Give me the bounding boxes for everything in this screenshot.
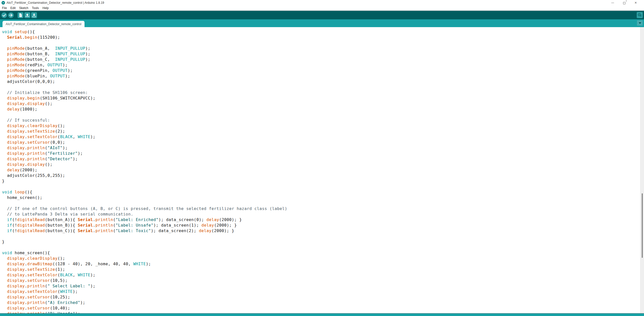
- restore-button[interactable]: [618, 0, 630, 6]
- scrollbar-thumb[interactable]: [642, 193, 643, 258]
- open-sketch-button[interactable]: [24, 12, 30, 18]
- minimize-button[interactable]: [607, 0, 618, 6]
- minimize-icon: [611, 3, 614, 3]
- code-line: Serial.begin(115200);: [2, 35, 644, 40]
- code-line: display.drawBitmap((128 - 40), 20, _home…: [2, 261, 644, 267]
- code-line: pinMode(button_C, INPUT_PULLUP);: [2, 57, 644, 62]
- code-line: void loop(){: [2, 189, 644, 195]
- code-line: // Initialize the SH1106 screen:: [2, 90, 644, 95]
- code-line: display.println("B) Unsafe");: [2, 311, 644, 313]
- code-line: home_screen();: [2, 195, 644, 200]
- new-sketch-button[interactable]: [18, 12, 23, 18]
- code-area[interactable]: void setup(){ Serial.begin(115200); pinM…: [0, 27, 644, 313]
- code-line: // If one of the control buttons (A, B, …: [2, 206, 644, 212]
- code-line: display.setTextColor(BLACK, WHITE);: [2, 272, 644, 278]
- code-line: display.clearDisplay();: [2, 256, 644, 261]
- code-line: }: [2, 239, 644, 245]
- status-bar: [0, 313, 644, 316]
- code-line: display.println(" Select Label: ");: [2, 283, 644, 289]
- window-title: AIoT_Fertilizer_Contamination_Detector_r…: [7, 1, 104, 5]
- arduino-ide-window: ∞ AIoT_Fertilizer_Contamination_Detector…: [0, 0, 644, 316]
- code-line: adjustColor(0,0,0);: [2, 79, 644, 84]
- code-line: display.clearDisplay();: [2, 123, 644, 129]
- restore-icon: [623, 2, 625, 4]
- code-line: display.display();: [2, 101, 644, 107]
- code-line: [2, 200, 644, 206]
- code-line: display.setCursor(0,0);: [2, 140, 644, 145]
- code-line: display.begin(SH1106_SWITCHCAPVCC);: [2, 95, 644, 101]
- code-line: if(!digitalRead(button_B)){ Serial.print…: [2, 223, 644, 228]
- code-line: display.setCursor(10,40);: [2, 305, 644, 311]
- code-line: [2, 40, 644, 46]
- code-line: pinMode(button_A, INPUT_PULLUP);: [2, 46, 644, 51]
- code-line: pinMode(greenPin, OUTPUT);: [2, 68, 644, 73]
- tab-label: AIoT_Fertilizer_Contamination_Detector_r…: [6, 22, 82, 26]
- code-line: display.println("AIoT");: [2, 145, 644, 151]
- open-arrow-icon: [24, 12, 30, 18]
- code-line: [2, 184, 644, 189]
- menu-help[interactable]: Help: [43, 6, 49, 10]
- title-bar: ∞ AIoT_Fertilizer_Contamination_Detector…: [0, 0, 644, 6]
- serial-monitor-icon: [637, 13, 642, 17]
- code-line: [2, 245, 644, 250]
- close-icon: ✕: [634, 1, 637, 4]
- new-document-icon: [18, 12, 23, 18]
- tab-bar: AIoT_Fertilizer_Contamination_Detector_r…: [0, 19, 644, 27]
- chevron-down-icon: [639, 22, 641, 24]
- menu-bar: File Edit Sketch Tools Help: [0, 6, 644, 11]
- toolbar: [0, 11, 644, 19]
- code-line: display.setTextColor(BLACK, WHITE);: [2, 134, 644, 140]
- code-editor[interactable]: void setup(){ Serial.begin(115200); pinM…: [0, 27, 644, 313]
- menu-edit[interactable]: Edit: [10, 6, 16, 10]
- menu-file[interactable]: File: [2, 6, 7, 10]
- upload-button[interactable]: [8, 12, 14, 18]
- code-line: delay(2000);: [2, 167, 644, 173]
- code-line: display.println("Fertilizer");: [2, 151, 644, 156]
- vertical-scrollbar[interactable]: [640, 27, 644, 313]
- code-line: void home_screen(){: [2, 250, 644, 256]
- upload-arrow-icon: [8, 12, 14, 18]
- code-line: [2, 84, 644, 90]
- window-controls: ✕: [607, 0, 641, 6]
- code-line: // to LattePanda 3 Delta via serial comm…: [2, 212, 644, 217]
- code-line: [2, 234, 644, 239]
- code-line: display.println("A) Enriched");: [2, 300, 644, 305]
- code-line: void setup(){: [2, 29, 644, 35]
- code-line: [2, 112, 644, 118]
- code-line: if(!digitalRead(button_A)){ Serial.print…: [2, 217, 644, 223]
- code-line: pinMode(button_B, INPUT_PULLUP);: [2, 51, 644, 57]
- code-line: display.setCursor(10,5);: [2, 278, 644, 283]
- code-line: pinMode(bluePin, OUTPUT);: [2, 73, 644, 79]
- code-line: adjustColor(255,0,255);: [2, 173, 644, 178]
- menu-sketch[interactable]: Sketch: [19, 6, 28, 10]
- code-line: display.setCursor(10,25);: [2, 294, 644, 300]
- close-button[interactable]: ✕: [630, 0, 641, 6]
- code-line: display.display();: [2, 162, 644, 167]
- tab-menu-button[interactable]: [637, 20, 643, 26]
- tab-sketch[interactable]: AIoT_Fertilizer_Contamination_Detector_r…: [3, 21, 85, 27]
- code-line: display.setTextSize(1);: [2, 267, 644, 272]
- code-line: pinMode(redPin, OUTPUT);: [2, 62, 644, 68]
- menu-tools[interactable]: Tools: [32, 6, 39, 10]
- code-line: display.setTextColor(WHITE);: [2, 289, 644, 294]
- arduino-logo-icon: ∞: [2, 1, 5, 5]
- code-line: // If successful:: [2, 118, 644, 123]
- code-line: display.setTextSize(2);: [2, 129, 644, 134]
- code-line: delay(1000);: [2, 107, 644, 112]
- save-arrow-icon: [31, 12, 37, 18]
- code-line: }: [2, 178, 644, 184]
- serial-monitor-button[interactable]: [637, 12, 643, 18]
- save-sketch-button[interactable]: [31, 12, 37, 18]
- verify-check-icon: [1, 12, 7, 18]
- code-line: if(!digitalRead(button_C)){ Serial.print…: [2, 228, 644, 234]
- code-line: display.println("Detector");: [2, 156, 644, 162]
- verify-button[interactable]: [1, 12, 7, 18]
